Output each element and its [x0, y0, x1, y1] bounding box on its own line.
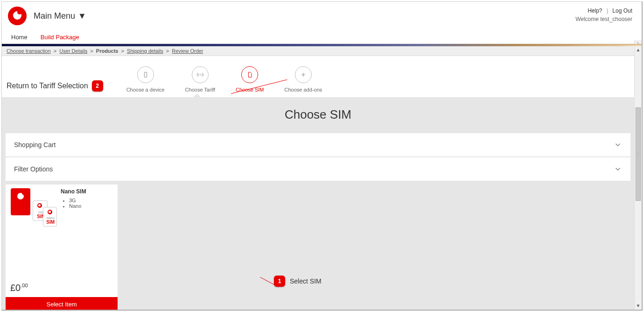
crumb-choose-transaction[interactable]: Choose transaction	[7, 48, 51, 54]
step-label: Choose a device	[126, 87, 165, 92]
scroll-track[interactable]	[635, 54, 642, 302]
content-area: Choose transaction > User Details > Prod…	[2, 46, 634, 310]
step-choose-tariff[interactable]: Choose Tariff	[185, 66, 215, 92]
feature-item: 3G	[69, 198, 103, 203]
device-icon	[137, 66, 154, 83]
steps-row: Return to Tariff Selection 2 Choose a de…	[2, 56, 634, 92]
separator: |	[607, 7, 608, 14]
breadcrumb: Choose transaction > User Details > Prod…	[2, 46, 634, 56]
step-label: Choose SIM	[236, 87, 264, 92]
crumb-review[interactable]: Review Order	[172, 48, 203, 54]
return-to-tariff-label: Return to Tariff Selection	[7, 82, 88, 90]
plus-icon	[295, 66, 312, 83]
page-title: Choose SIM	[2, 107, 634, 122]
step-choose-device[interactable]: Choose a device	[126, 66, 165, 92]
crumb-user-details[interactable]: User Details	[59, 48, 87, 54]
sim-product-card: micrSIM nanoSIM Nano SIM 3G Nano	[6, 184, 118, 310]
caret-down-icon: ▼	[78, 11, 86, 21]
svg-point-1	[200, 74, 201, 75]
grey-panel: Choose SIM Shopping Cart Filter Options …	[2, 97, 634, 310]
annotation-marker-2: 2	[92, 80, 103, 92]
welcome-text: Welcome test_chooser	[575, 16, 632, 22]
nav-home[interactable]: Home	[11, 34, 28, 41]
feature-item: Nano	[69, 203, 103, 209]
step-choose-sim[interactable]: Choose SIM	[236, 66, 264, 92]
chevron-down-icon	[614, 141, 622, 149]
crumb-products: Products	[96, 48, 119, 54]
accordion-label: Shopping Cart	[14, 141, 56, 149]
main-menu-label: Main Menu	[34, 11, 75, 21]
vertical-scrollbar[interactable]: ▲ ▼	[634, 46, 642, 310]
accordion-label: Filter Options	[14, 165, 53, 173]
top-bar: Main Menu ▼ Help? | Log Out Welcome test…	[2, 2, 642, 30]
top-right-links: Help? | Log Out Welcome test_chooser	[575, 7, 632, 22]
crumb-shipping[interactable]: Shipping details	[127, 48, 163, 54]
logout-link[interactable]: Log Out	[612, 7, 632, 14]
step-label: Choose add-ons	[285, 87, 322, 92]
svg-rect-0	[144, 72, 147, 78]
select-item-button[interactable]: Select Item	[6, 297, 118, 310]
product-price: £0.00	[10, 283, 113, 293]
scroll-down-icon[interactable]: ▼	[635, 302, 642, 310]
vodafone-logo-icon	[8, 7, 27, 25]
scroll-up-icon[interactable]: ▲	[635, 46, 642, 54]
antenna-icon	[192, 66, 209, 83]
product-features: 3G Nano	[69, 198, 103, 209]
step-choose-addons[interactable]: Choose add-ons	[285, 66, 322, 92]
sub-nav: Home Build Package	[2, 30, 642, 44]
filter-options-accordion[interactable]: Filter Options	[6, 157, 630, 181]
main-menu-dropdown[interactable]: Main Menu ▼	[34, 11, 86, 21]
nav-build-package[interactable]: Build Package	[41, 34, 79, 41]
product-title: Nano SIM	[61, 188, 103, 195]
step-label: Choose Tariff	[185, 87, 215, 92]
help-link[interactable]: Help?	[588, 7, 602, 14]
sim-icon	[241, 66, 258, 83]
sim-card-illustration-icon: micrSIM nanoSIM	[9, 188, 56, 232]
shopping-cart-accordion[interactable]: Shopping Cart	[6, 133, 630, 156]
chevron-down-icon	[614, 165, 622, 173]
scroll-thumb[interactable]	[636, 107, 641, 201]
